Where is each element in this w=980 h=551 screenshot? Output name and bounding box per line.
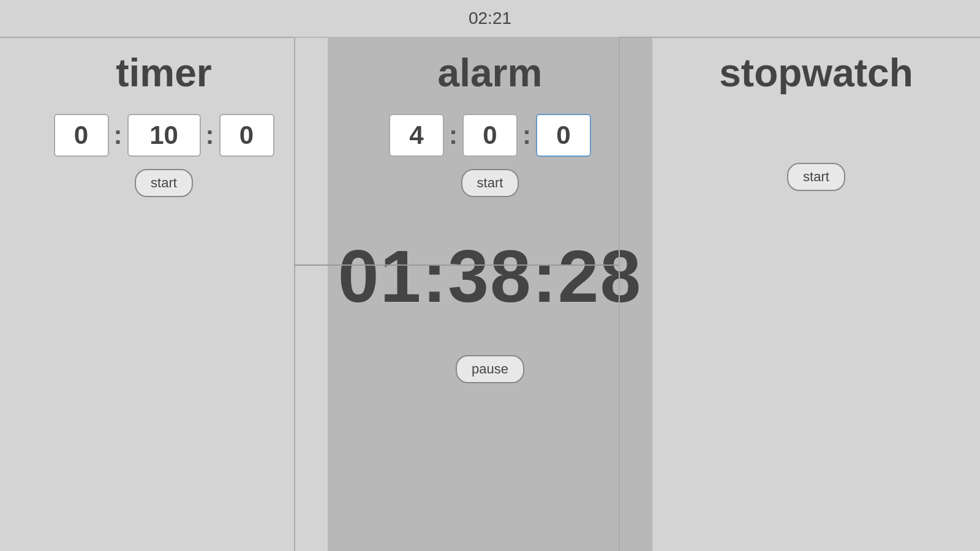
alarm-colon-1: : bbox=[449, 121, 458, 150]
timer-colon-1: : bbox=[114, 121, 123, 150]
alarm-start-button[interactable]: start bbox=[461, 169, 519, 197]
timer-title: timer bbox=[116, 50, 212, 96]
top-bar: 02:21 bbox=[0, 0, 980, 37]
stopwatch-title: stopwatch bbox=[719, 50, 913, 96]
alarm-colon-2: : bbox=[522, 121, 531, 150]
timer-start-button[interactable]: start bbox=[135, 169, 193, 197]
stopwatch-start-button[interactable]: start bbox=[787, 163, 845, 191]
timer-panel: timer : : start bbox=[0, 38, 328, 551]
timer-inputs: : : bbox=[54, 114, 274, 157]
current-time: 02:21 bbox=[469, 9, 511, 28]
left-divider bbox=[294, 38, 295, 551]
alarm-panel: alarm : : start 01:38:28 pause bbox=[328, 38, 652, 551]
timer-minutes-input[interactable] bbox=[127, 114, 201, 157]
horizontal-divider bbox=[294, 264, 619, 266]
main-time-display: 01:38:28 bbox=[338, 234, 642, 318]
right-divider bbox=[619, 38, 620, 551]
alarm-title: alarm bbox=[438, 50, 543, 96]
alarm-hours-input[interactable] bbox=[389, 114, 444, 157]
main-layout: timer : : start alarm : : start 01:38:28… bbox=[0, 38, 980, 551]
timer-hours-input[interactable] bbox=[54, 114, 109, 157]
timer-colon-2: : bbox=[206, 121, 214, 150]
alarm-minutes-input[interactable] bbox=[462, 114, 518, 157]
stopwatch-panel: stopwatch start bbox=[652, 38, 980, 551]
pause-button[interactable]: pause bbox=[456, 355, 524, 383]
alarm-inputs: : : bbox=[389, 114, 591, 157]
timer-seconds-input[interactable] bbox=[219, 114, 274, 157]
alarm-seconds-input[interactable] bbox=[536, 114, 591, 157]
